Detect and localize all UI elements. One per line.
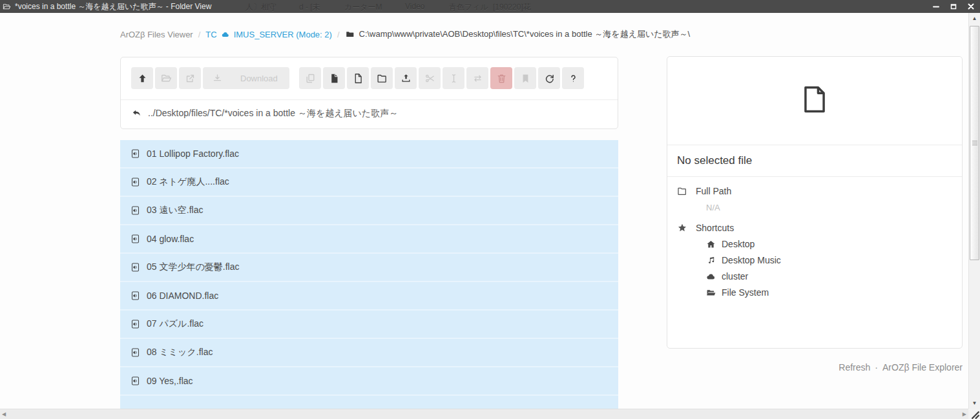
shortcut-item-file-system[interactable]: File System <box>706 287 952 298</box>
toolbar-button-copy[interactable] <box>299 67 321 89</box>
toolbar-button-paste[interactable] <box>323 67 345 89</box>
close-button[interactable] <box>965 1 977 11</box>
breadcrumb-app: ArOZβ Files Viewer <box>120 30 193 39</box>
refresh-link[interactable]: Refresh <box>839 362 870 373</box>
relative-path-text: ../Desktop/files/TC/*voices in a bottle … <box>148 108 398 119</box>
file-row[interactable]: 06 DIAMOND.flac <box>120 282 618 311</box>
breadcrumb: ArOZβ Files Viewer / TC IMUS_SERVER (Mod… <box>120 28 690 40</box>
toolbar-button-label: Download <box>240 74 278 83</box>
audio-file-icon <box>130 177 140 187</box>
file-row[interactable]: 04 glow.flac <box>120 225 618 254</box>
titlebar-ghost-text: [190220]花 <box>493 2 531 13</box>
copy-icon <box>305 73 316 84</box>
file-name: 09 Yes,.flac <box>147 376 193 386</box>
audio-file-icon <box>130 347 140 358</box>
scroll-left-button[interactable]: ◀ <box>2 411 6 417</box>
file-name: 05 文学少年の憂鬱.flac <box>147 261 239 273</box>
resize-grip[interactable] <box>968 409 980 419</box>
i-cursor-icon <box>448 73 459 84</box>
file-preview <box>667 57 962 145</box>
current-directory-path: C:\wamp\www\private\AOB\Desktop\files\TC… <box>359 28 691 40</box>
shortcuts-row: Shortcuts <box>677 223 952 233</box>
scroll-down-button[interactable]: ▼ <box>969 398 980 409</box>
scroll-right-button[interactable]: ▶ <box>963 411 966 417</box>
details-card: No selected file Full Path N/A Shortcuts… <box>667 56 963 349</box>
refresh-icon <box>544 73 555 84</box>
file-name: 01 Lollipop Factory.flac <box>147 148 239 159</box>
home-icon <box>706 240 716 249</box>
window-folder-icon <box>2 3 12 11</box>
audio-file-icon <box>130 319 140 329</box>
footer-separator: · <box>875 362 878 373</box>
titlebar-ghost-text: d - [未 <box>299 2 320 13</box>
toolbar-button-download[interactable]: Download <box>203 67 289 89</box>
toolbar-button-rename[interactable] <box>443 67 464 89</box>
titlebar-ghost-text: カーターM <box>344 2 382 13</box>
file-name: 04 glow.flac <box>147 234 194 244</box>
toolbar-button-open[interactable] <box>155 67 177 89</box>
scroll-up-button[interactable]: ▲ <box>969 13 980 24</box>
music-icon <box>706 256 716 265</box>
file-row[interactable]: 08 ミミック.flac <box>120 339 618 367</box>
minimize-button[interactable] <box>930 1 942 11</box>
audio-file-icon <box>130 234 140 244</box>
file-list: 01 Lollipop Factory.flac 02 ネトゲ廃人....fla… <box>120 140 618 409</box>
file-row[interactable]: 01 Lollipop Factory.flac <box>120 140 618 169</box>
bookmark-icon <box>520 73 531 84</box>
file-name: 03 遠い空.flac <box>147 205 203 216</box>
toolbar-button-move[interactable] <box>466 67 488 89</box>
titlebar: *voices in a bottle ～海を越え届いた歌声～ - Folder… <box>0 0 980 13</box>
file-row[interactable]: 03 遠い空.flac <box>120 197 618 225</box>
breadcrumb-server: IMUS_SERVER (Mode: 2) <box>234 30 332 39</box>
arrow-up-icon <box>137 73 148 84</box>
file-row[interactable]: 02 ネトゲ廃人....flac <box>120 169 618 197</box>
audio-file-icon <box>130 205 140 216</box>
vertical-scrollbar[interactable]: ▲ ▼ <box>968 13 980 409</box>
shortcut-item-desktop-music[interactable]: Desktop Music <box>706 255 952 265</box>
toolbar-button-upload[interactable] <box>395 67 417 89</box>
toolbar-button-delete[interactable] <box>490 67 512 89</box>
horizontal-scrollbar[interactable]: ◀ ▶ <box>0 409 968 419</box>
folder-open-icon <box>161 73 172 84</box>
shortcut-list: Desktop Desktop Music cluster File Syste… <box>706 239 952 298</box>
full-path-label: Full Path <box>696 186 731 196</box>
toolbar-button-open-external[interactable] <box>179 67 201 89</box>
toolbar-button-go-up[interactable] <box>131 67 153 89</box>
toolbar-button-new-file[interactable] <box>347 67 369 89</box>
no-selected-file-title: No selected file <box>667 145 962 177</box>
shortcut-item-cluster[interactable]: cluster <box>706 271 952 281</box>
toolbar-button-new-folder[interactable] <box>371 67 393 89</box>
maximize-button[interactable] <box>948 1 959 11</box>
footer-app-name[interactable]: ArOZβ File Explorer <box>882 362 963 373</box>
breadcrumb-drive: TC <box>205 30 216 39</box>
question-icon <box>568 73 579 84</box>
toolbar-button-help[interactable] <box>562 67 584 89</box>
file-row[interactable]: 09 Yes,.flac <box>120 367 618 396</box>
file-outline-icon <box>353 73 364 84</box>
shortcut-item-desktop[interactable]: Desktop <box>706 239 952 249</box>
external-link-icon <box>185 73 196 84</box>
exchange-icon <box>472 73 483 84</box>
scroll-thumb-grip-icon <box>972 141 977 146</box>
shortcuts-label: Shortcuts <box>696 223 734 233</box>
toolbar-button-bookmark[interactable] <box>514 67 536 89</box>
upload-icon <box>401 73 412 84</box>
breadcrumb-path: C:\wamp\www\private\AOB\Desktop\files\TC… <box>345 28 691 40</box>
scissors-icon <box>424 73 435 84</box>
breadcrumb-separator: / <box>337 30 340 39</box>
main-card: Download ../Desktop/files/TC/*voices in … <box>120 57 618 129</box>
toolbar-button-refresh[interactable] <box>538 67 560 89</box>
toolbar-button-cut[interactable] <box>419 67 441 89</box>
back-arrow-icon[interactable] <box>131 108 142 119</box>
folder-outline-icon <box>377 73 388 84</box>
file-row[interactable]: 05 文学少年の憂鬱.flac <box>120 254 618 282</box>
breadcrumb-server-link[interactable]: TC IMUS_SERVER (Mode: 2) <box>205 30 332 39</box>
audio-file-icon <box>130 376 140 386</box>
file-row[interactable]: 07 パズル.flac <box>120 311 618 339</box>
vertical-scroll-thumb[interactable] <box>970 26 979 260</box>
folder-outline-icon <box>677 186 687 196</box>
cloud-icon <box>220 30 231 39</box>
full-path-row: Full Path <box>677 186 952 196</box>
titlebar-ghost-text: 人〕相守 <box>245 2 276 13</box>
path-bar: ../Desktop/files/TC/*voices in a bottle … <box>121 100 618 127</box>
